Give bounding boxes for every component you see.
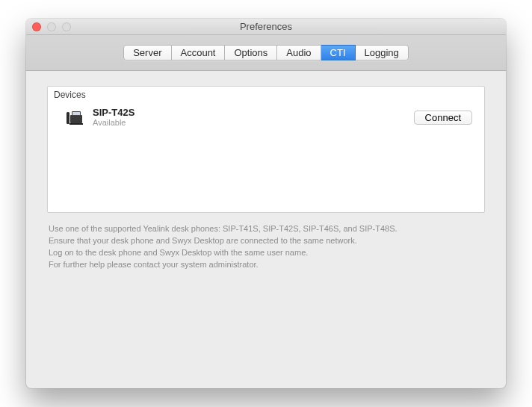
- traffic-lights: [26, 22, 71, 31]
- groupbox-spacer: [48, 127, 484, 212]
- preferences-window: Preferences Server Account Options Audio…: [26, 19, 506, 388]
- help-line-1: Use one of the supported Yealink desk ph…: [49, 223, 483, 235]
- tab-server[interactable]: Server: [123, 45, 171, 60]
- help-line-3: Log on to the desk phone and Swyx Deskto…: [49, 247, 483, 259]
- help-line-2: Ensure that your desk phone and Swyx Des…: [49, 235, 483, 247]
- device-name: SIP-T42S: [93, 108, 414, 118]
- tab-options[interactable]: Options: [225, 45, 277, 60]
- tab-toolbar: Server Account Options Audio CTI Logging: [26, 35, 506, 71]
- svg-rect-3: [72, 112, 80, 115]
- device-status: Available: [93, 118, 414, 127]
- tab-audio[interactable]: Audio: [277, 45, 321, 60]
- titlebar: Preferences: [26, 19, 506, 35]
- tab-account[interactable]: Account: [172, 45, 226, 60]
- device-text: SIP-T42S Available: [93, 108, 414, 127]
- help-text: Use one of the supported Yealink desk ph…: [26, 213, 506, 271]
- devices-label: Devices: [48, 87, 484, 105]
- tab-logging[interactable]: Logging: [356, 45, 409, 60]
- tab-segmented-control: Server Account Options Audio CTI Logging: [123, 45, 409, 60]
- svg-rect-1: [70, 115, 82, 123]
- close-window-button[interactable]: [32, 22, 41, 31]
- content-area: Devices SIP-T42S Available Connect: [26, 71, 506, 213]
- tab-cti[interactable]: CTI: [321, 45, 356, 60]
- device-row: SIP-T42S Available Connect: [48, 105, 484, 127]
- devices-groupbox: Devices SIP-T42S Available Connect: [47, 86, 485, 213]
- minimize-window-button[interactable]: [47, 22, 56, 31]
- svg-rect-4: [69, 123, 83, 125]
- maximize-window-button[interactable]: [62, 22, 71, 31]
- connect-button[interactable]: Connect: [414, 111, 472, 125]
- svg-rect-0: [66, 112, 69, 124]
- window-title: Preferences: [26, 21, 506, 32]
- desk-phone-icon: [66, 109, 85, 125]
- help-line-4: For further help please contact your sys…: [49, 259, 483, 271]
